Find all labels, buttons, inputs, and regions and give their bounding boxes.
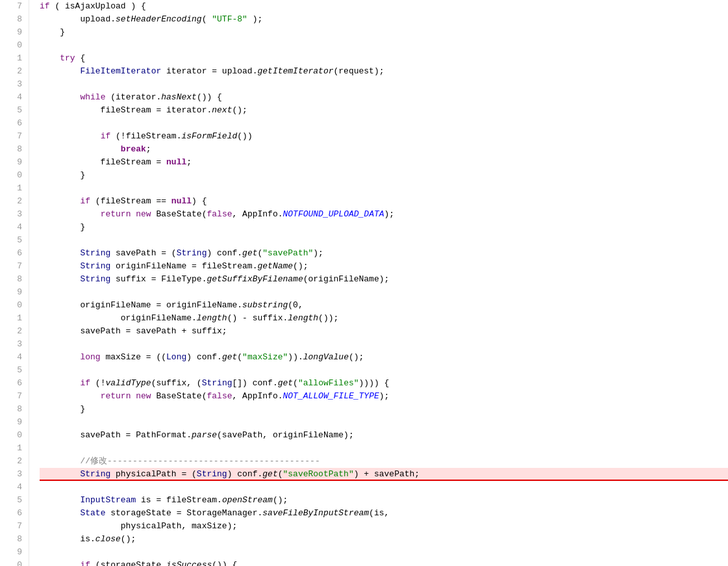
code-line <box>40 442 728 455</box>
code-line: } <box>40 26 728 39</box>
code-lines: if ( isAjaxUpload ) { upload.setHeaderEn… <box>29 0 728 566</box>
code-line <box>40 338 728 351</box>
code-line: if ( isAjaxUpload ) { <box>40 0 728 13</box>
code-line <box>40 78 728 91</box>
code-line <box>40 234 728 247</box>
code-line-highlighted: String physicalPath = (String) conf.get(… <box>40 468 728 481</box>
code-line: fileStream = null; <box>40 156 728 169</box>
code-line: String originFileName = fileStream.getNa… <box>40 260 728 273</box>
code-line: String savePath = (String) conf.get("sav… <box>40 247 728 260</box>
code-line: fileStream = iterator.next(); <box>40 104 728 117</box>
code-editor: 7 8 9 0 1 2 3 4 5 6 7 8 9 0 1 2 3 4 5 6 … <box>0 0 728 566</box>
code-line: while (iterator.hasNext()) { <box>40 91 728 104</box>
code-line: } <box>40 169 728 182</box>
code-line <box>40 117 728 130</box>
code-line: originFileName.length() - suffix.length(… <box>40 312 728 325</box>
code-line: } <box>40 221 728 234</box>
code-line <box>40 286 728 299</box>
code-line <box>40 364 728 377</box>
code-line: savePath = savePath + suffix; <box>40 325 728 338</box>
code-line: savePath = PathFormat.parse(savePath, or… <box>40 429 728 442</box>
code-line: if (fileStream == null) { <box>40 195 728 208</box>
code-line <box>40 416 728 429</box>
code-line: FileItemIterator iterator = upload.getIt… <box>40 65 728 78</box>
code-line: upload.setHeaderEncoding( "UTF-8" ); <box>40 13 728 26</box>
code-line: if (!validType(suffix, (String[]) conf.g… <box>40 377 728 390</box>
code-line <box>40 481 728 494</box>
code-line: break; <box>40 143 728 156</box>
code-line: if (!fileStream.isFormField()) <box>40 130 728 143</box>
code-line: InputStream is = fileStream.openStream()… <box>40 494 728 507</box>
code-line <box>40 546 728 559</box>
code-line: State storageState = StorageManager.save… <box>40 507 728 520</box>
code-line: physicalPath, maxSize); <box>40 520 728 533</box>
code-line: long maxSize = ((Long) conf.get("maxSize… <box>40 351 728 364</box>
code-line: is.close(); <box>40 533 728 546</box>
code-line: } <box>40 403 728 416</box>
code-line <box>40 39 728 52</box>
code-line: //修改------------------------------------… <box>40 455 728 468</box>
code-line: String suffix = FileType.getSuffixByFile… <box>40 273 728 286</box>
code-line: try { <box>40 52 728 65</box>
code-line: originFileName = originFileName.substrin… <box>40 299 728 312</box>
code-line: if (storageState.isSuccess()) { <box>40 559 728 566</box>
code-line: return new BaseState(false, AppInfo.NOTF… <box>40 208 728 221</box>
code-line <box>40 182 728 195</box>
line-numbers: 7 8 9 0 1 2 3 4 5 6 7 8 9 0 1 2 3 4 5 6 … <box>0 0 29 566</box>
code-line: return new BaseState(false, AppInfo.NOT_… <box>40 390 728 403</box>
